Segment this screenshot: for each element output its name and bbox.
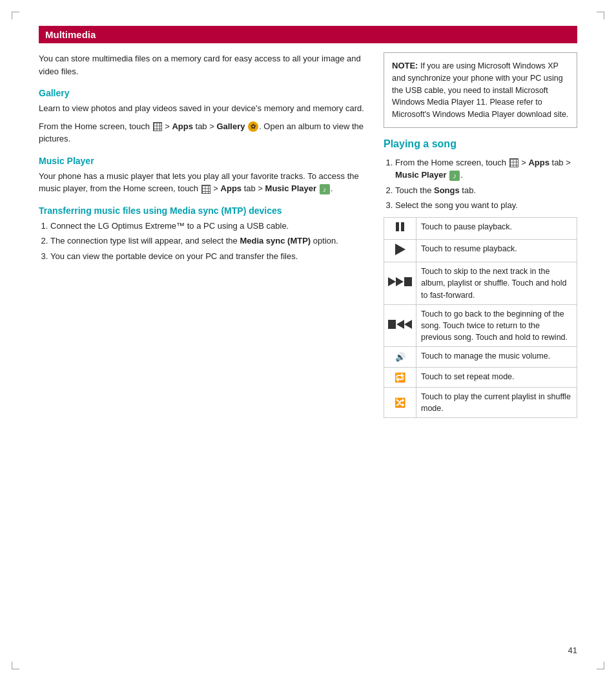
gallery-para1: Learn to view photos and play videos sav… [39, 102, 364, 115]
control-rew: Touch to go back to the beginning of the… [384, 304, 577, 346]
music-player-heading: Music Player [39, 156, 364, 166]
shuffle-description: Touch to play the current playlist in sh… [416, 388, 577, 418]
corner-mark-tr [597, 12, 604, 19]
corner-mark-br [597, 662, 604, 669]
grid-icon [153, 122, 162, 131]
shuffle-icon-cell: 🔀 [384, 388, 416, 418]
repeat-description: Touch to set repeat mode. [416, 367, 577, 387]
play-description: Touch to resume playback. [416, 240, 577, 262]
media-sync-bold: Media sync (MTP) [240, 236, 311, 246]
vol-description: Touch to manage the music volume. [416, 347, 577, 368]
note-label: NOTE: [392, 61, 418, 70]
play-icon-cell [384, 240, 416, 262]
ff-description: Touch to skip to the next track in the a… [416, 262, 577, 304]
playing-step-2: Touch the Songs tab. [395, 184, 577, 197]
pause-icon [395, 221, 406, 233]
apps-bold-2: Apps [221, 183, 242, 193]
play-icon [395, 244, 406, 255]
gallery-heading: Gallery [39, 88, 364, 98]
apps-bold: Apps [172, 121, 193, 131]
ff-icon [388, 277, 412, 286]
left-column: You can store multimedia files on a memo… [39, 52, 364, 418]
repeat-icon: 🔁 [395, 372, 406, 382]
content-area: You can store multimedia files on a memo… [39, 52, 577, 418]
music-player-bold: Music Player [265, 183, 317, 193]
shuffle-icon: 🔀 [395, 397, 406, 408]
playing-step-1: From the Home screen, touch > Apps tab >… [395, 156, 577, 182]
page-number: 41 [568, 645, 577, 655]
grid-icon-2 [201, 185, 210, 194]
corner-mark-tl [12, 12, 19, 19]
transfer-heading: Transferring music files using Media syn… [39, 205, 364, 216]
transfer-step-3: You can view the portable device on your… [50, 250, 364, 263]
rew-description: Touch to go back to the beginning of the… [416, 304, 577, 346]
songs-bold: Songs [434, 185, 460, 195]
rew-icon-cell [384, 304, 416, 346]
pause-description: Touch to pause playback. [416, 217, 577, 239]
volume-icon: 🔊 [395, 352, 406, 362]
repeat-icon-cell: 🔁 [384, 367, 416, 387]
music-player-para: Your phone has a music player that lets … [39, 170, 364, 195]
transfer-step-2: The connection type list will appear, an… [50, 235, 364, 247]
playing-steps: From the Home screen, touch > Apps tab >… [384, 156, 577, 212]
note-box: NOTE: If you are using Microsoft Windows… [384, 52, 577, 128]
music-note-icon-2: ♪ [449, 171, 460, 181]
vol-icon-cell: 🔊 [384, 347, 416, 368]
grid-icon-3 [509, 158, 518, 167]
playing-song-heading: Playing a song [384, 138, 577, 150]
control-repeat: 🔁 Touch to set repeat mode. [384, 367, 577, 387]
control-vol: 🔊 Touch to manage the music volume. [384, 347, 577, 368]
control-ff: Touch to skip to the next track in the a… [384, 262, 577, 304]
apps-bold-3: Apps [528, 158, 549, 167]
controls-table: Touch to pause playback. Touch to resume… [384, 217, 577, 419]
gallery-bold: Gallery [216, 121, 245, 131]
music-player-bold-2: Music Player [395, 170, 447, 180]
corner-mark-bl [12, 662, 19, 669]
transfer-step-1: Connect the LG Optimus Extreme™ to a PC … [50, 220, 364, 233]
music-note-icon: ♪ [320, 184, 330, 194]
section-header: Multimedia [39, 26, 577, 43]
control-play: Touch to resume playback. [384, 240, 577, 262]
intro-text: You can store multimedia files on a memo… [39, 52, 364, 78]
transfer-steps: Connect the LG Optimus Extreme™ to a PC … [39, 220, 364, 263]
page: Multimedia You can store multimedia file… [0, 0, 616, 681]
pause-icon-cell [384, 217, 416, 239]
right-column: NOTE: If you are using Microsoft Windows… [384, 52, 577, 418]
note-text: If you are using Microsoft Windows XP an… [392, 61, 568, 119]
gallery-app-icon: ✿ [248, 121, 258, 132]
gallery-para2: From the Home screen, touch > Apps tab >… [39, 120, 364, 145]
ff-icon-cell [384, 262, 416, 304]
playing-step-3: Select the song you want to play. [395, 199, 577, 212]
control-pause: Touch to pause playback. [384, 217, 577, 239]
rew-icon [388, 320, 412, 329]
control-shuffle: 🔀 Touch to play the current playlist in … [384, 388, 577, 418]
